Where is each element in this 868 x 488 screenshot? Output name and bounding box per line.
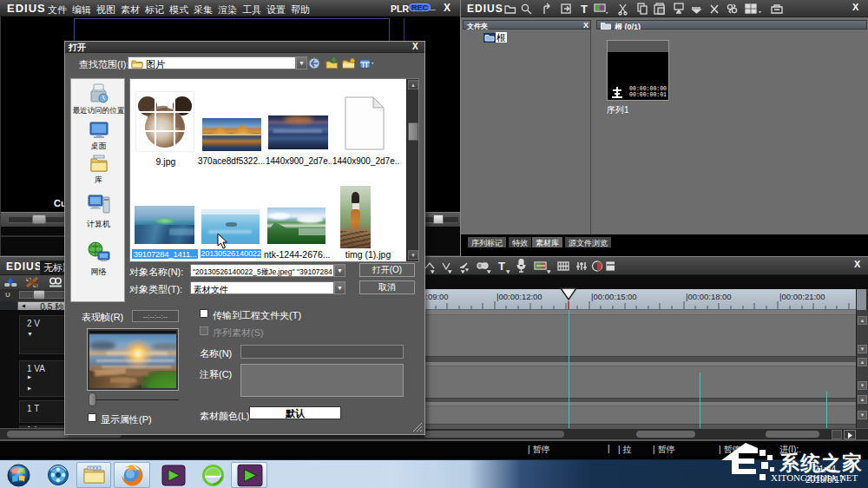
svg-text:T: T xyxy=(498,260,505,273)
svg-text:|00:00:15:00: |00:00:15:00 xyxy=(591,292,637,301)
svg-text:|00:00:21:00: |00:00:21:00 xyxy=(779,292,825,301)
svg-text:T: T xyxy=(581,3,588,16)
svg-text:|00:00:12:00: |00:00:12:00 xyxy=(496,292,542,301)
svg-text:|00:00:18:00: |00:00:18:00 xyxy=(686,292,732,301)
